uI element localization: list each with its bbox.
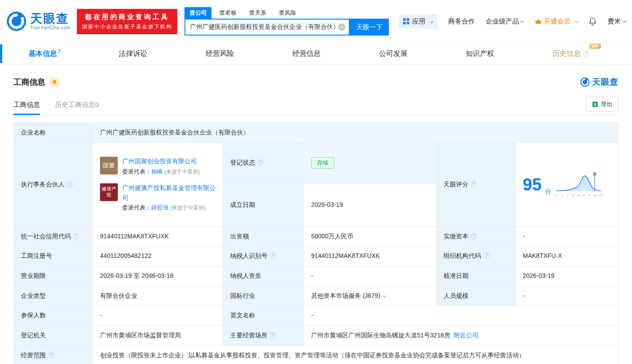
subtab-bar: 工商信息 历史工商信息0 导出: [13, 97, 619, 115]
source-note: (来源于中基协): [164, 169, 200, 175]
partner-logo[interactable]: 国聚: [100, 157, 118, 174]
apps-menu[interactable]: 应用: [399, 14, 437, 29]
tab-basic-info[interactable]: 基本信息7: [28, 49, 60, 59]
help-icon[interactable]: [483, 253, 489, 259]
capital-label: 出资额: [223, 226, 304, 246]
nav-business-coop[interactable]: 商务合作: [448, 17, 475, 26]
status-badge: 存续: [311, 157, 334, 169]
insured-count-value: -: [93, 306, 223, 326]
tianyancha-logo-icon: [580, 77, 590, 87]
chevron-down-icon: [623, 19, 627, 23]
apps-label: 应用: [412, 17, 425, 26]
svg-text:1: 1: [561, 194, 563, 197]
nearby-companies-link[interactable]: 附近公司: [454, 332, 479, 339]
clear-search-icon[interactable]: ×: [338, 24, 345, 31]
tianyancha-watermark: 天眼查: [580, 76, 619, 88]
registration-number-label: 工商注册号: [14, 246, 93, 266]
company-tab-bar: 基本信息7 法律诉讼 经营风险 经营信息 公司发展 知识产权 VIP 历史信息: [0, 43, 632, 65]
left-edge-indicator: [0, 44, 2, 63]
main-premises-value: 广州市黄埔区广州国际生物岛螺旋大道51号3218房 附近公司: [304, 326, 619, 346]
subtab-history-business-info[interactable]: 历史工商信息0: [55, 101, 99, 115]
help-icon[interactable]: [257, 159, 264, 166]
search-input[interactable]: [190, 24, 338, 31]
help-icon[interactable]: [73, 233, 79, 239]
establish-date-label: 成立日期: [223, 183, 304, 226]
registration-authority-label: 登记机关: [14, 326, 93, 346]
partner-company-link[interactable]: 广州国聚创业投资有限公司: [122, 158, 197, 165]
company-name-value: 广州广健医药创新股权投资基金合伙企业（有限合伙）: [93, 123, 619, 143]
help-icon[interactable]: [583, 51, 589, 57]
table-row: 参保人数 - 英文名称 -: [14, 306, 619, 326]
export-button[interactable]: 导出: [586, 97, 619, 112]
org-code-value: MAK8TXFU-X: [516, 246, 619, 266]
english-name-label: 英文名称: [223, 306, 304, 326]
search-button[interactable]: 天眼一下: [350, 19, 389, 36]
search-block: 查公司 查老板 查关系 查风险 × 天眼一下: [184, 7, 389, 36]
tab-history-info[interactable]: VIP 历史信息: [552, 49, 589, 59]
notification-bell-icon[interactable]: [588, 17, 597, 26]
search-tab-company[interactable]: 查公司: [184, 7, 212, 19]
subtab-business-info[interactable]: 工商信息: [13, 101, 40, 115]
tab-operating-risk[interactable]: 经营风险: [205, 49, 234, 59]
top-header: 天眼查 TianYanCha.com 都在用的商业查询工具 国家中小企业发展子基…: [0, 0, 632, 43]
industry-value: 其他资本市场服务 (J679): [304, 286, 436, 306]
search-tab-relation[interactable]: 查关系: [244, 7, 271, 19]
svg-text:0: 0: [556, 194, 558, 197]
registration-status-label: 登记状态: [223, 142, 304, 183]
svg-text:3: 3: [567, 194, 569, 197]
credit-code-value: 91440112MAK8TXFUXK: [93, 226, 223, 246]
help-icon[interactable]: [67, 181, 73, 187]
table-row: 登记机关 广州市黄埔区市场监督管理局 主要经营场所 广州市黄埔区广州国际生物岛螺…: [14, 326, 619, 346]
table-row: 企业名称 广州广健医药创新股权投资基金合伙企业（有限合伙）: [14, 123, 619, 143]
help-icon[interactable]: [270, 253, 276, 259]
business-scope-value: 创业投资（限投资未上市企业）;以私募基金从事股权投资、投资管理、资产管理等活动（…: [93, 345, 619, 364]
staff-size-value: -: [516, 286, 619, 306]
score-unit: 分: [545, 187, 551, 197]
help-icon[interactable]: [48, 352, 54, 358]
brand-domain: TianYanCha.com: [30, 25, 71, 30]
table-row: 经营范围 创业投资（限投资未上市企业）;以私募基金从事股权投资、投资管理、资产管…: [14, 345, 619, 364]
business-scope-label: 经营范围: [14, 345, 93, 364]
help-icon[interactable]: [270, 332, 276, 338]
tab-intellectual-property[interactable]: 知识产权: [466, 49, 494, 59]
executive-partner-label: 执行事务合伙人: [14, 142, 93, 226]
nav-open-vip[interactable]: 开通会员: [535, 17, 578, 26]
promo-line2: 国家中小企业发展子基金旗下机构: [82, 24, 172, 30]
partner-company-link[interactable]: 广州健康产投私募基金管理有限公司: [122, 184, 216, 201]
partner-logo[interactable]: 健康产投: [100, 183, 118, 201]
business-info-table: 企业名称 广州广健医药创新股权投资基金合伙企业（有限合伙） 执行事务合伙人 国聚…: [13, 123, 619, 364]
excel-icon: [592, 101, 598, 107]
search-tabs: 查公司 查老板 查关系 查风险: [184, 7, 389, 19]
chevron-down-icon[interactable]: [382, 293, 386, 297]
english-name-value: -: [304, 306, 619, 326]
tab-operating-info[interactable]: 经营信息: [292, 49, 321, 59]
taxpayer-id-value: 91440112MAK8TXFUXK: [304, 246, 436, 266]
score-distribution-chart: 01 315 5085 9799 100: [555, 170, 604, 199]
user-menu[interactable]: 费米: [608, 17, 626, 26]
search-tab-risk[interactable]: 查风险: [274, 7, 301, 19]
tab-basic-count: 7: [58, 49, 60, 54]
taxpayer-quality-value: -: [304, 266, 436, 286]
chevron-down-icon: [574, 20, 578, 24]
search-box: ×: [184, 19, 350, 36]
tianyancha-logo[interactable]: 天眼查 TianYanCha.com: [6, 11, 71, 32]
table-row: 企业类型 有限合伙企业 国标行业 其他资本市场服务 (J679) 人员规模 -: [14, 286, 619, 306]
partner-item: 健康产投 广州健康产投私募基金管理有限公司 委派代表：薛哲强 (来源于中基协): [100, 183, 216, 213]
tab-company-development[interactable]: 公司发展: [379, 49, 408, 59]
business-term-value: 2026-03-19 至 2046-03-18: [93, 266, 223, 286]
taxpayer-quality-label: 纳税人资质: [223, 266, 304, 286]
representative-link[interactable]: 杨曦: [151, 168, 163, 175]
help-icon[interactable]: [471, 233, 477, 239]
promo-banner: 都在用的商业查询工具 国家中小企业发展子基金旗下机构: [77, 9, 178, 34]
subscribe-bell-icon[interactable]: [49, 77, 59, 87]
help-icon[interactable]: [471, 181, 477, 187]
representative-link[interactable]: 薛哲强: [151, 204, 168, 211]
table-row: 统一社会信用代码 91440112MAK8TXFUXK 出资额 50000万人民…: [14, 226, 619, 246]
tab-legal[interactable]: 法律诉讼: [119, 49, 147, 59]
approval-date-label: 核准日期: [436, 266, 516, 286]
search-tab-boss[interactable]: 查老板: [214, 7, 241, 19]
top-nav: 应用 商务合作 企业级产品 开通会员 费米: [399, 14, 626, 29]
nav-enterprise-products[interactable]: 企业级产品: [485, 17, 524, 26]
svg-text:50: 50: [577, 194, 580, 197]
company-type-value: 有限合伙企业: [93, 286, 223, 306]
